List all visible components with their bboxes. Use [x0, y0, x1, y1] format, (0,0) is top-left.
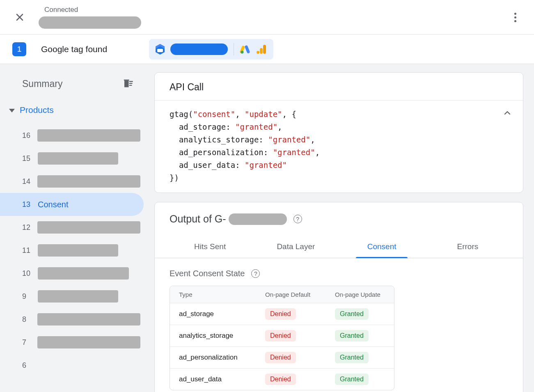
- help-icon[interactable]: ?: [293, 215, 302, 223]
- product-chips: [149, 39, 273, 60]
- close-icon[interactable]: [15, 12, 25, 22]
- svg-rect-0: [157, 49, 163, 52]
- tag-count-badge: 1: [12, 42, 26, 56]
- chevron-down-icon: [9, 109, 15, 112]
- svg-rect-4: [263, 45, 266, 54]
- sidebar-item[interactable]: 14: [0, 170, 144, 193]
- api-call-code: gtag("consent", "update", { ad_storage: …: [155, 101, 523, 193]
- tab-consent[interactable]: Consent: [339, 235, 425, 258]
- status-badge: Denied: [265, 330, 296, 342]
- sidebar-item-number: 14: [22, 177, 32, 186]
- status-badge: Denied: [265, 308, 296, 320]
- output-tabs: Hits SentData LayerConsentErrors: [155, 235, 523, 258]
- sidebar-item[interactable]: 11: [0, 239, 144, 262]
- svg-point-3: [241, 50, 244, 53]
- connection-url-redacted: [39, 16, 141, 29]
- consent-section-title: Event Consent State: [170, 269, 245, 278]
- svg-rect-5: [260, 48, 263, 54]
- consent-title-row: Event Consent State ?: [170, 269, 508, 278]
- sidebar-item-label-redacted: [37, 313, 140, 326]
- status-badge: Granted: [335, 374, 369, 385]
- main: API Call gtag("consent", "update", { ad_…: [144, 64, 534, 392]
- sidebar-item[interactable]: 16: [0, 124, 144, 147]
- sidebar: Summary Products 16151413Consent12111098…: [0, 64, 144, 392]
- sidebar-item-number: 6: [22, 361, 33, 370]
- table-header-cell: Type: [179, 291, 265, 298]
- output-tag-id-redacted: [229, 213, 287, 225]
- sidebar-item-label-redacted: [37, 336, 140, 348]
- sidebar-item-number: 10: [22, 269, 33, 278]
- sidebar-item[interactable]: 12: [0, 216, 144, 239]
- status-badge: Granted: [335, 330, 369, 342]
- consent-type: ad_personalization: [179, 353, 265, 362]
- sidebar-item-number: 16: [22, 131, 32, 140]
- table-row: analytics_storageDeniedGranted: [170, 325, 394, 346]
- table-row: ad_storageDeniedGranted: [170, 303, 394, 325]
- svg-rect-2: [245, 45, 250, 53]
- table-header-cell: On-page Update: [335, 291, 394, 298]
- header: Connected: [0, 0, 534, 34]
- sidebar-item-label-redacted: [38, 244, 118, 257]
- sidebar-items: 16151413Consent1211109876: [0, 124, 144, 377]
- sidebar-item-label-redacted: [37, 221, 140, 234]
- svg-point-6: [257, 51, 259, 54]
- secondary-bar: 1 Google tag found: [0, 34, 534, 64]
- connected-label: Connected: [44, 6, 141, 14]
- table-row: ad_user_dataDeniedGranted: [170, 368, 394, 390]
- collapse-icon[interactable]: [502, 108, 512, 121]
- more-menu-icon[interactable]: [510, 12, 520, 22]
- sidebar-item-number: 15: [22, 154, 33, 163]
- output-title-prefix: Output of G-: [170, 213, 226, 225]
- body: Summary Products 16151413Consent12111098…: [0, 64, 534, 392]
- api-call-card: API Call gtag("consent", "update", { ad_…: [154, 72, 523, 193]
- sidebar-item[interactable]: 10: [0, 262, 144, 285]
- section-products[interactable]: Products: [0, 105, 144, 115]
- sidebar-item-label: Consent: [38, 200, 69, 209]
- status-badge: Granted: [335, 308, 369, 320]
- sidebar-item-label-redacted: [37, 129, 140, 142]
- tag-id-redacted: [170, 44, 228, 55]
- consent-type: ad_user_data: [179, 375, 265, 383]
- status-badge: Granted: [335, 352, 369, 363]
- status-badge: Denied: [265, 352, 296, 363]
- sidebar-item-number: 8: [22, 315, 32, 324]
- sidebar-item[interactable]: 6: [0, 354, 144, 377]
- consent-type: ad_storage: [179, 310, 265, 318]
- tag-found-label: Google tag found: [41, 44, 107, 54]
- consent-section: Event Consent State ? TypeOn-page Defaul…: [155, 258, 523, 392]
- help-icon[interactable]: ?: [251, 269, 260, 278]
- google-ads-icon: [240, 44, 250, 55]
- sidebar-item-number: 13: [22, 200, 33, 209]
- clear-events-icon[interactable]: [121, 77, 133, 90]
- tab-hits-sent[interactable]: Hits Sent: [167, 235, 253, 258]
- sidebar-item-label-redacted: [37, 175, 140, 188]
- sidebar-item-label-redacted: [38, 267, 129, 280]
- sidebar-item[interactable]: 7: [0, 331, 144, 354]
- summary-label: Summary: [22, 78, 62, 89]
- sidebar-item[interactable]: 8: [0, 308, 144, 331]
- google-tag-icon: [156, 44, 165, 55]
- table-row: ad_personalizationDeniedGranted: [170, 346, 394, 368]
- consent-table: TypeOn-page DefaultOn-page Updatead_stor…: [170, 286, 394, 390]
- sidebar-item[interactable]: 9: [0, 285, 144, 308]
- api-call-title: API Call: [155, 73, 523, 101]
- sidebar-item-number: 11: [22, 246, 33, 255]
- google-analytics-icon: [256, 44, 267, 55]
- sidebar-item-label-redacted: [38, 152, 118, 165]
- sidebar-item-number: 12: [22, 223, 32, 232]
- summary-row[interactable]: Summary: [0, 77, 144, 90]
- consent-type: analytics_storage: [179, 332, 265, 340]
- output-header: Output of G- ?: [155, 202, 523, 229]
- sidebar-item-label-redacted: [38, 290, 118, 303]
- sidebar-item[interactable]: 15: [0, 147, 144, 170]
- tab-data-layer[interactable]: Data Layer: [253, 235, 339, 258]
- status-badge: Denied: [265, 374, 296, 385]
- sidebar-item[interactable]: 13Consent: [0, 193, 144, 216]
- tab-errors[interactable]: Errors: [425, 235, 511, 258]
- table-header-cell: On-page Default: [265, 291, 335, 298]
- sidebar-item-number: 7: [22, 338, 32, 347]
- table-header-row: TypeOn-page DefaultOn-page Update: [170, 286, 394, 303]
- sidebar-item-number: 9: [22, 292, 33, 301]
- output-card: Output of G- ? Hits SentData LayerConsen…: [154, 202, 523, 392]
- section-label: Products: [20, 105, 54, 115]
